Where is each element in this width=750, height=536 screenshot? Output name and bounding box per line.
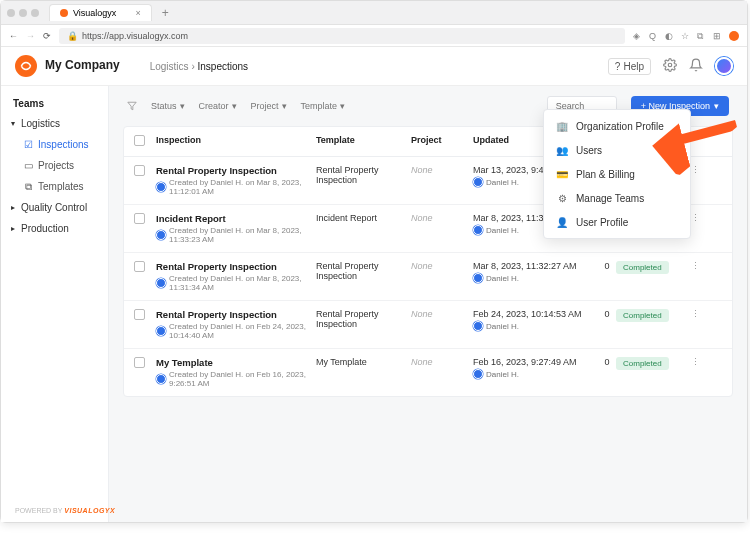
company-name: My Company [45,59,120,72]
team-icon: ⚙ [556,192,568,204]
inspection-meta: Created by Daniel H. on Mar 8, 2023, 11:… [156,226,316,244]
new-tab-button[interactable]: + [162,6,169,20]
window-dot[interactable] [7,9,15,17]
team-logistics[interactable]: ▾Logistics [1,113,108,134]
sidebar-item-projects[interactable]: ▭Projects [1,155,108,176]
creator-avatar-icon [156,182,166,192]
row-project: None [411,357,433,367]
row-updated: Mar 8, 2023, 11:32:27 AM [473,261,598,271]
row-checkbox[interactable] [134,165,145,176]
gear-icon[interactable] [663,58,677,74]
menu-manage-teams[interactable]: ⚙Manage Teams [544,186,690,210]
row-checkbox[interactable] [134,309,145,320]
extension-icon[interactable] [729,31,739,41]
row-project: None [411,165,433,175]
chevron-down-icon: ▾ [282,101,287,111]
row-actions-icon[interactable]: ⋮ [688,261,702,292]
menu-user-profile[interactable]: 👤User Profile [544,210,690,234]
menu-item-label: Plan & Billing [576,169,635,180]
inspection-title: My Template [156,357,316,368]
col-project[interactable]: Project [411,135,473,148]
table-row[interactable]: Rental Property InspectionCreated by Dan… [124,301,732,349]
team-label: Logistics [21,118,60,129]
inspection-meta: Created by Daniel H. on Mar 8, 2023, 11:… [156,178,316,196]
settings-dropdown: 🏢Organization Profile👥Users💳Plan & Billi… [543,109,691,239]
row-actions-icon[interactable]: ⋮ [688,309,702,340]
lock-icon: 🔒 [67,31,78,41]
browser-toolbar: ← → ⟳ 🔒 https://app.visualogyx.com ◈ Q ◐… [1,25,747,47]
url-text: https://app.visualogyx.com [82,31,188,41]
extension-icon[interactable]: ◈ [633,31,643,41]
filter-template[interactable]: Template▾ [301,101,346,111]
filter-project[interactable]: Project▾ [251,101,287,111]
sidebar-item-templates[interactable]: ⧉Templates [1,176,108,197]
row-checkbox[interactable] [134,261,145,272]
bell-icon[interactable] [689,58,703,74]
caret-right-icon: ▸ [11,224,19,233]
menu-item-label: Manage Teams [576,193,644,204]
chevron-down-icon: ▾ [232,101,237,111]
address-bar[interactable]: 🔒 https://app.visualogyx.com [59,28,625,44]
row-checkbox[interactable] [134,213,145,224]
creator-avatar-icon [156,326,166,336]
window-dot[interactable] [31,9,39,17]
status-badge: Completed [616,357,669,370]
breadcrumb-current: Inspections [197,61,248,72]
table-row[interactable]: My TemplateCreated by Daniel H. on Feb 1… [124,349,732,396]
template-icon: ⧉ [23,182,33,192]
user-icon: 👤 [556,216,568,228]
funnel-icon[interactable] [127,101,137,111]
menu-item-label: Users [576,145,602,156]
window-dot[interactable] [19,9,27,17]
help-button[interactable]: ? Help [608,58,651,75]
updater-avatar-icon [473,321,483,331]
browser-tab-strip: Visualogyx × + [1,1,747,25]
card-icon: 💳 [556,168,568,180]
status-badge: Completed [616,261,669,274]
table-row[interactable]: Rental Property InspectionCreated by Dan… [124,253,732,301]
filter-creator[interactable]: Creator▾ [199,101,237,111]
col-inspection[interactable]: Inspection [156,135,316,148]
users-icon: 👥 [556,144,568,156]
row-template: Rental Property Inspection [316,309,411,340]
creator-avatar-icon [156,230,166,240]
nav-reload-icon[interactable]: ⟳ [43,31,51,41]
breadcrumb-root[interactable]: Logistics [150,61,189,72]
extension-icon[interactable]: Q [649,31,659,41]
help-label: Help [623,61,644,72]
filter-status[interactable]: Status▾ [151,101,185,111]
inspection-meta: Created by Daniel H. on Mar 8, 2023, 11:… [156,274,316,292]
user-avatar[interactable] [715,57,733,75]
sidebar-item-label: Inspections [38,139,89,150]
updater-avatar-icon [473,273,483,283]
browser-tab[interactable]: Visualogyx × [49,4,152,21]
app-header: My Company Logistics › Inspections ? Hel… [1,47,747,86]
chevron-down-icon: ▾ [340,101,345,111]
extension-icon[interactable]: ⧉ [697,31,707,41]
row-updated: Feb 24, 2023, 10:14:53 AM [473,309,598,319]
creator-avatar-icon [156,278,166,288]
col-template[interactable]: Template [316,135,411,148]
inspection-title: Rental Property Inspection [156,261,316,272]
extension-icon[interactable]: ☆ [681,31,691,41]
extension-icon[interactable]: ⊞ [713,31,723,41]
row-template: Incident Report [316,213,411,244]
sidebar-item-inspections[interactable]: ☑Inspections [1,134,108,155]
inspection-meta: Created by Daniel H. on Feb 16, 2023, 9:… [156,370,316,388]
select-all-checkbox[interactable] [134,135,145,146]
building-icon: 🏢 [556,120,568,132]
row-actions-icon[interactable]: ⋮ [688,357,702,388]
app-logo[interactable] [15,55,37,77]
tab-close-icon[interactable]: × [135,8,140,18]
row-checkbox[interactable] [134,357,145,368]
team-label: Production [21,223,69,234]
nav-back-icon[interactable]: ← [9,31,18,41]
creator-avatar-icon [156,374,166,384]
row-template: Rental Property Inspection [316,261,411,292]
nav-forward-icon[interactable]: → [26,31,35,41]
extension-icon[interactable]: ◐ [665,31,675,41]
team-production[interactable]: ▸Production [1,218,108,239]
tab-favicon-icon [60,9,68,17]
row-template: Rental Property Inspection [316,165,411,196]
team-quality-control[interactable]: ▸Quality Control [1,197,108,218]
